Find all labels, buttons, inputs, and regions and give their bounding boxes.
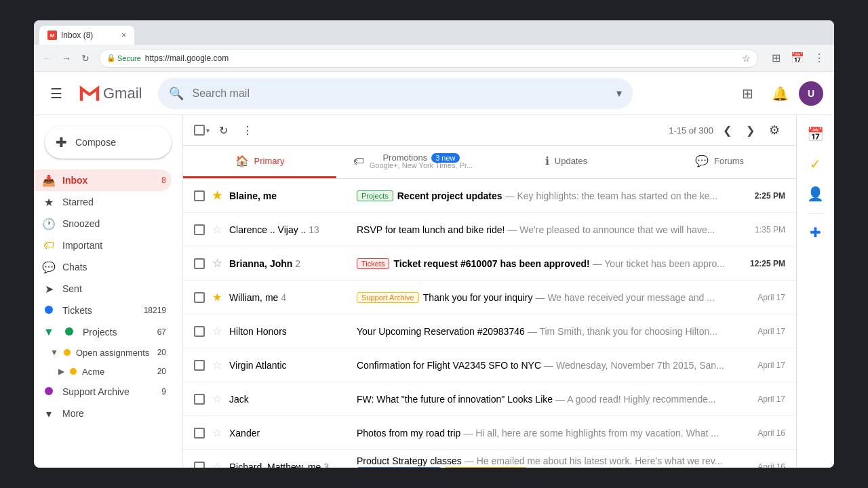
right-panel-calendar-icon[interactable]: 📅 bbox=[802, 121, 829, 148]
sidebar-item-more[interactable]: ▾ More bbox=[34, 403, 172, 424]
tickets-badge: 18219 bbox=[144, 306, 166, 315]
tab-close-button[interactable]: × bbox=[121, 30, 126, 40]
row-checkbox[interactable] bbox=[194, 360, 205, 371]
sidebar-item-support-archive[interactable]: Support Archive 9 bbox=[34, 381, 172, 403]
row-checkbox[interactable] bbox=[194, 462, 205, 468]
email-time: April 16 bbox=[751, 428, 785, 438]
sidebar-item-label: Tickets bbox=[62, 305, 137, 316]
star-button[interactable]: ☆ bbox=[210, 426, 224, 440]
updates-tab-label: Updates bbox=[555, 156, 587, 166]
url-bar[interactable]: 🔒 Secure https://mail.google.com ☆ bbox=[99, 49, 758, 68]
email-sender: Brianna, John 2 bbox=[229, 258, 351, 269]
row-checkbox[interactable] bbox=[194, 428, 205, 439]
email-row[interactable]: ☆ Richard, Matthew, me 3 Product Strateg… bbox=[183, 450, 796, 468]
star-button[interactable]: ☆ bbox=[210, 325, 224, 338]
main-content: ✚ Compose 📥 Inbox 8 ★ Starred 🕐 Sno bbox=[34, 115, 834, 468]
star-button[interactable]: ☆ bbox=[210, 460, 224, 468]
avatar[interactable]: U bbox=[799, 81, 823, 106]
right-panel: 📅 ✓ 👤 ✚ bbox=[796, 115, 834, 468]
bookmark-icon[interactable]: ☆ bbox=[742, 53, 751, 64]
email-snippet: — A good read! Highly recommende... bbox=[555, 394, 716, 405]
gmail-logo-text: Gmail bbox=[103, 85, 142, 102]
prev-page-button[interactable]: ❮ bbox=[716, 119, 738, 141]
right-panel-contacts-icon[interactable]: 👤 bbox=[802, 180, 829, 207]
search-bar[interactable]: 🔍 ▾ bbox=[158, 78, 633, 109]
email-subject: RSVP for team lunch and bike ride! bbox=[357, 224, 505, 235]
email-subject: Thank you for your inquiry bbox=[423, 292, 533, 303]
forward-button[interactable]: → bbox=[58, 50, 75, 66]
settings-button[interactable]: ⚙ bbox=[764, 119, 785, 141]
sidebar-item-tickets[interactable]: Tickets 18219 bbox=[34, 300, 172, 321]
email-sender: Xander bbox=[229, 428, 351, 439]
inline-label: 📦 (WIP) Enterprise... bbox=[444, 467, 527, 468]
sidebar-item-chats[interactable]: 💬 Chats bbox=[34, 256, 172, 278]
sidebar-item-acme[interactable]: ▶ Acme 20 bbox=[34, 362, 172, 381]
notifications-icon[interactable]: 🔔 bbox=[766, 80, 793, 107]
search-dropdown-icon[interactable]: ▾ bbox=[616, 87, 622, 100]
sidebar-item-open-assignments[interactable]: ▼ Open assignments 20 bbox=[34, 343, 172, 362]
row-checkbox[interactable] bbox=[194, 190, 205, 201]
right-panel-tasks-icon[interactable]: ✓ bbox=[802, 150, 829, 178]
back-button[interactable]: ← bbox=[39, 50, 56, 66]
tab-promotions[interactable]: 🏷 Promotions 3 new Google+, New York Tim… bbox=[336, 146, 490, 178]
row-checkbox[interactable] bbox=[194, 326, 205, 337]
promotions-tab-subtitle: Google+, New York Times, Pr... bbox=[370, 161, 473, 169]
tab-favicon: M bbox=[47, 30, 57, 40]
sidebar-item-label: Starred bbox=[62, 197, 166, 207]
open-assignments-dot bbox=[64, 349, 71, 356]
email-row[interactable]: ☆ Brianna, John 2 Tickets Ticket request… bbox=[183, 247, 796, 281]
select-all-checkbox[interactable]: ▾ bbox=[194, 125, 210, 136]
email-snippet: — We have received your message and ... bbox=[536, 292, 715, 303]
sidebar-item-starred[interactable]: ★ Starred bbox=[34, 191, 172, 213]
tab-forums[interactable]: 💬 Forums bbox=[643, 146, 796, 178]
row-checkbox[interactable] bbox=[194, 224, 205, 235]
sidebar-item-label: Inbox bbox=[62, 175, 155, 186]
star-button[interactable]: ☆ bbox=[210, 257, 224, 270]
browser-tab[interactable]: M Inbox (8) × bbox=[39, 26, 134, 45]
star-button[interactable]: ☆ bbox=[210, 359, 224, 372]
right-panel-add-icon[interactable]: ✚ bbox=[802, 219, 829, 246]
email-content: Tickets Ticket request #610007 has been … bbox=[357, 258, 745, 269]
email-subject: Recent project updates bbox=[397, 190, 502, 201]
row-checkbox[interactable] bbox=[194, 394, 205, 405]
browser-menu-icon[interactable]: ⋮ bbox=[810, 49, 829, 68]
email-row[interactable]: ☆ Virgin Atlantic Confirmation for Fligh… bbox=[183, 348, 796, 382]
row-checkbox[interactable] bbox=[194, 292, 205, 303]
email-row[interactable]: ☆ Jack FW: What "the future of innovatio… bbox=[183, 382, 796, 416]
extensions-icon[interactable]: ⊞ bbox=[766, 49, 785, 68]
select-dropdown-icon[interactable]: ▾ bbox=[206, 127, 210, 134]
email-row[interactable]: ☆ Xander Photos from my road trip — Hi a… bbox=[183, 416, 796, 450]
star-button[interactable]: ★ bbox=[210, 291, 224, 304]
email-content: Photos from my road trip — Hi all, here … bbox=[357, 428, 746, 439]
sidebar-item-inbox[interactable]: 📥 Inbox 8 bbox=[34, 169, 172, 191]
sidebar-item-important[interactable]: 🏷 Important bbox=[34, 235, 172, 256]
sidebar-item-projects[interactable]: ▼ Projects 67 bbox=[34, 321, 172, 343]
email-row[interactable]: ★ William, me 4 Support Archive Thank yo… bbox=[183, 281, 796, 314]
hamburger-menu[interactable]: ☰ bbox=[45, 80, 68, 107]
email-label-tag: Tickets bbox=[357, 258, 389, 269]
sidebar-item-sent[interactable]: ➤ Sent bbox=[34, 278, 172, 300]
apps-grid-icon[interactable]: ⊞ bbox=[734, 80, 761, 107]
sidebar-item-snoozed[interactable]: 🕐 Snoozed bbox=[34, 213, 172, 235]
star-button[interactable]: ☆ bbox=[210, 223, 224, 237]
email-subject: Your Upcoming Reservation #20983746 bbox=[357, 326, 525, 337]
refresh-emails-button[interactable]: ↻ bbox=[212, 119, 234, 141]
email-row[interactable]: ☆ Clarence .. Vijay .. 13 RSVP for team … bbox=[183, 213, 796, 247]
gmail-header: ☰ Gmail 🔍 ▾ ⊞ 🔔 bbox=[34, 72, 834, 115]
tab-updates[interactable]: ℹ Updates bbox=[490, 146, 643, 178]
next-page-button[interactable]: ❯ bbox=[739, 119, 761, 141]
tab-primary[interactable]: 🏠 Primary bbox=[183, 146, 336, 178]
sent-icon: ➤ bbox=[42, 283, 56, 296]
calendar-ext-icon[interactable]: 📅 bbox=[788, 49, 807, 68]
star-button[interactable]: ☆ bbox=[210, 392, 224, 406]
email-row[interactable]: ☆ Hilton Honors Your Upcoming Reservatio… bbox=[183, 314, 796, 348]
compose-button[interactable]: ✚ Compose bbox=[45, 126, 172, 159]
row-checkbox[interactable] bbox=[194, 258, 205, 269]
more-options-button[interactable]: ⋮ bbox=[237, 119, 258, 141]
refresh-button[interactable]: ↻ bbox=[77, 50, 94, 66]
search-input[interactable] bbox=[192, 87, 608, 100]
email-row[interactable]: ★ Blaine, me Projects Recent project upd… bbox=[183, 179, 796, 213]
email-sender: William, me 4 bbox=[229, 292, 351, 303]
star-button[interactable]: ★ bbox=[210, 189, 224, 203]
select-checkbox[interactable] bbox=[194, 125, 205, 136]
